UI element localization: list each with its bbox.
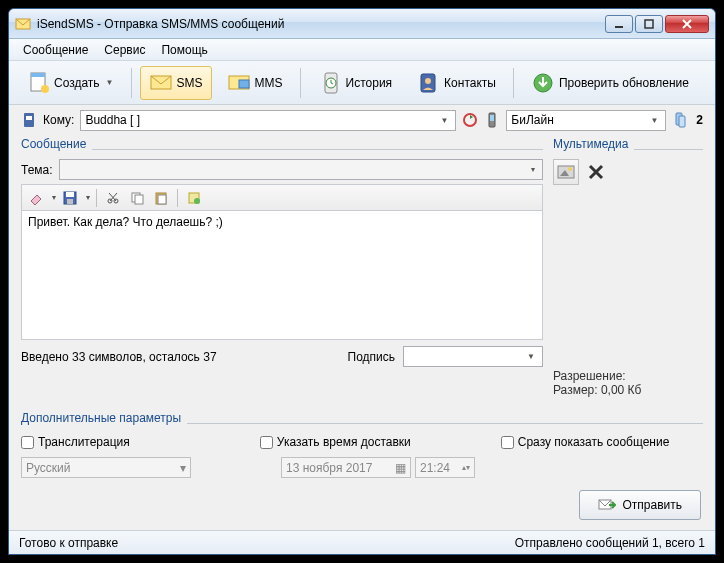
carrier-value: БиЛайн xyxy=(511,113,553,127)
resolution-text: Разрешение: xyxy=(553,369,703,383)
translit-checkbox[interactable]: Транслитерация xyxy=(21,435,130,449)
phone-icon[interactable] xyxy=(484,112,500,128)
close-button[interactable] xyxy=(665,15,709,33)
chevron-down-icon[interactable]: ▾ xyxy=(528,165,538,174)
chevron-down-icon: ▼ xyxy=(106,78,114,87)
mms-button[interactable]: MMS xyxy=(218,66,292,100)
svg-rect-23 xyxy=(67,199,73,204)
status-right: Отправлено сообщений 1, всего 1 xyxy=(515,536,705,550)
cut-icon[interactable] xyxy=(103,188,123,208)
calendar-icon: ▦ xyxy=(395,461,406,475)
extra-group-label: Дополнительные параметры xyxy=(21,409,181,429)
minimize-button[interactable] xyxy=(605,15,633,33)
update-button[interactable]: Проверить обновление xyxy=(522,66,698,100)
svg-rect-8 xyxy=(239,80,249,88)
mms-label: MMS xyxy=(255,76,283,90)
statusbar: Готово к отправке Отправлено сообщений 1… xyxy=(9,530,715,554)
history-icon xyxy=(318,71,342,95)
chevron-down-icon[interactable]: ▾ xyxy=(86,193,90,202)
theme-combo[interactable]: ▾ xyxy=(59,159,543,180)
svg-rect-22 xyxy=(66,192,74,197)
contacts-button[interactable]: Контакты xyxy=(407,66,505,100)
main-window: iSendSMS - Отправка SMS/MMS сообщений Со… xyxy=(8,8,716,555)
maximize-button[interactable] xyxy=(635,15,663,33)
chevron-down-icon[interactable]: ▾ xyxy=(52,193,56,202)
menu-message[interactable]: Сообщение xyxy=(15,41,96,59)
contacts-icon xyxy=(416,71,440,95)
main-area: Сообщение Тема: ▾ ▾ ▾ xyxy=(9,135,715,405)
menubar: Сообщение Сервис Помощь xyxy=(9,39,715,61)
svg-rect-18 xyxy=(490,115,494,121)
to-value: Buddha [ ] xyxy=(85,113,140,127)
delivery-checkbox[interactable]: Указать время доставки xyxy=(260,435,411,449)
update-label: Проверить обновление xyxy=(559,76,689,90)
char-counter: Введено 33 символов, осталось 37 xyxy=(21,350,217,364)
svg-point-31 xyxy=(194,198,200,204)
menu-service[interactable]: Сервис xyxy=(96,41,153,59)
svg-point-12 xyxy=(425,78,431,84)
carrier-combo[interactable]: БиЛайн ▼ xyxy=(506,110,666,131)
date-picker[interactable]: 13 ноября 2017▦ xyxy=(281,457,411,478)
send-label: Отправить xyxy=(622,498,682,512)
to-combo[interactable]: Buddha [ ] ▼ xyxy=(80,110,456,131)
app-icon xyxy=(15,16,31,32)
delivery-label: Указать время доставки xyxy=(277,435,411,449)
svg-rect-20 xyxy=(679,116,685,127)
lang-combo[interactable]: Русский▾ xyxy=(21,457,191,478)
svg-rect-27 xyxy=(135,195,143,204)
svg-rect-4 xyxy=(31,73,45,77)
history-button[interactable]: История xyxy=(309,66,402,100)
shownow-checkbox[interactable]: Сразу показать сообщение xyxy=(501,435,670,449)
save-icon[interactable] xyxy=(60,188,80,208)
paste-icon[interactable] xyxy=(151,188,171,208)
message-textarea[interactable] xyxy=(21,210,543,340)
eraser-icon[interactable] xyxy=(26,188,46,208)
recipients-icon[interactable] xyxy=(672,112,688,128)
to-label: Кому: xyxy=(43,113,74,127)
send-button[interactable]: Отправить xyxy=(579,490,701,520)
send-icon xyxy=(598,496,616,514)
sign-label: Подпись xyxy=(348,350,396,364)
spinner-icon: ▴▾ xyxy=(462,463,470,472)
svg-rect-29 xyxy=(158,195,166,204)
translit-label: Транслитерация xyxy=(38,435,130,449)
sms-icon xyxy=(149,71,173,95)
copy-icon[interactable] xyxy=(127,188,147,208)
sms-label: SMS xyxy=(177,76,203,90)
contacts-label: Контакты xyxy=(444,76,496,90)
new-document-icon xyxy=(26,71,50,95)
addressbook-icon xyxy=(21,112,37,128)
chevron-down-icon[interactable]: ▼ xyxy=(524,352,538,361)
theme-label: Тема: xyxy=(21,163,53,177)
lang-value: Русский xyxy=(26,461,71,475)
history-label: История xyxy=(346,76,393,90)
remove-image-button[interactable] xyxy=(583,159,609,185)
chevron-down-icon[interactable]: ▼ xyxy=(437,116,451,125)
recipient-count: 2 xyxy=(696,113,703,127)
window-title: iSendSMS - Отправка SMS/MMS сообщений xyxy=(37,17,605,31)
svg-rect-15 xyxy=(26,116,32,120)
insert-icon[interactable] xyxy=(184,188,204,208)
date-value: 13 ноября 2017 xyxy=(286,461,372,475)
mms-icon xyxy=(227,71,251,95)
sms-button[interactable]: SMS xyxy=(140,66,212,100)
chevron-down-icon[interactable]: ▼ xyxy=(647,116,661,125)
status-left: Готово к отправке xyxy=(19,536,118,550)
toolbar: Создать ▼ SMS MMS История Контакты Прове… xyxy=(9,61,715,105)
time-picker[interactable]: 21:24▴▾ xyxy=(415,457,475,478)
signature-combo[interactable]: ▼ xyxy=(403,346,543,367)
create-button[interactable]: Создать ▼ xyxy=(17,66,123,100)
update-icon xyxy=(531,71,555,95)
create-label: Создать xyxy=(54,76,100,90)
menu-help[interactable]: Помощь xyxy=(153,41,215,59)
titlebar: iSendSMS - Отправка SMS/MMS сообщений xyxy=(9,9,715,39)
message-group-label: Сообщение xyxy=(21,135,86,155)
multimedia-group-label: Мультимедиа xyxy=(553,135,628,155)
svg-point-5 xyxy=(41,85,49,93)
time-value: 21:24 xyxy=(420,461,450,475)
refresh-icon[interactable] xyxy=(462,112,478,128)
add-image-button[interactable] xyxy=(553,159,579,185)
address-row: Кому: Buddha [ ] ▼ БиЛайн ▼ 2 xyxy=(9,105,715,135)
svg-rect-2 xyxy=(645,20,653,28)
extra-params: Дополнительные параметры Транслитерация … xyxy=(9,405,715,486)
